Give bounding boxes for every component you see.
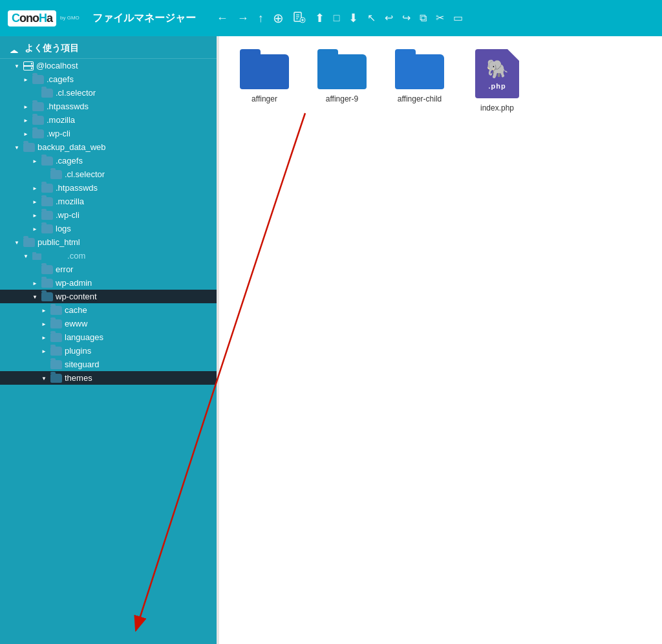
item-label: themes: [65, 373, 92, 383]
svg-rect-15: [32, 252, 36, 255]
download-button[interactable]: ⬇: [346, 11, 361, 25]
wpcli-arrow: [22, 130, 30, 137]
backup-arrow: [13, 144, 21, 151]
cagefs-arrow: [22, 76, 30, 83]
back-button[interactable]: ←: [214, 11, 231, 25]
tree-item-plugins[interactable]: plugins: [0, 344, 217, 358]
item-label: siteguard: [65, 360, 99, 369]
new-folder-button[interactable]: ⊕: [270, 10, 286, 26]
server-icon: [23, 61, 34, 70]
server-item[interactable]: @localhost: [0, 59, 217, 72]
server-arrow: [13, 62, 21, 69]
folder-icon: [41, 292, 53, 301]
folder-icon: [32, 102, 44, 111]
item-label: public_html: [37, 237, 80, 247]
bk-logs-arrow: [31, 225, 39, 232]
item-label: .cagefs: [56, 156, 83, 166]
app-title: ファイルマネージャー: [92, 12, 196, 25]
file-item-affinger9[interactable]: affinger-9: [310, 49, 374, 113]
item-label: cache: [65, 305, 87, 315]
tree-item-bk-htpasswds[interactable]: .htpasswds: [0, 181, 217, 195]
logo-bygmo: by GMO: [60, 16, 80, 21]
svg-point-12: [31, 63, 32, 64]
php-label: .php: [488, 82, 506, 90]
folder-icon: [50, 360, 62, 369]
mozilla-arrow: [22, 116, 30, 123]
forward-button[interactable]: →: [235, 11, 251, 25]
file-item-affinger[interactable]: affinger: [232, 49, 297, 113]
folder-icon: [50, 333, 62, 342]
new-file-button[interactable]: [290, 10, 308, 27]
item-label: .mozilla: [47, 115, 75, 125]
tree-item-cl-selector[interactable]: .cl.selector: [0, 86, 217, 100]
folder-icon: [41, 211, 53, 220]
bk-mozilla-arrow: [31, 198, 39, 205]
toolbar: ← → ↑ ⊕ ⬆ □ ⬇ ↖ ↩ ↪ ⧉ ✂ ▭: [214, 10, 654, 27]
file-item-index-php[interactable]: 🐘 .php index.php: [465, 49, 529, 113]
item-label: plugins: [65, 346, 91, 356]
php-file-icon: 🐘 .php: [475, 49, 519, 98]
tree-item-cagefs[interactable]: .cagefs: [0, 72, 217, 86]
tree-item-bk-clselector[interactable]: .cl.selector: [0, 167, 217, 181]
folder-affinger-child-icon: [395, 49, 444, 89]
folder-icon: [50, 306, 62, 315]
tree-item-error[interactable]: error: [0, 263, 217, 276]
item-label: languages: [65, 332, 103, 342]
tree-item-bk-wpcli[interactable]: .wp-cli: [0, 208, 217, 222]
tree-item-mozilla[interactable]: .mozilla: [0, 113, 217, 127]
cache-arrow: [40, 306, 48, 314]
folder-icon: [32, 129, 44, 138]
up-button[interactable]: ↑: [255, 11, 266, 25]
tree-item-themes[interactable]: themes: [0, 371, 217, 385]
bk-cagefs-arrow: [31, 157, 39, 164]
item-label: backup_data_web: [37, 142, 106, 152]
file-item-affinger-child[interactable]: affinger-child: [387, 49, 452, 113]
public-html-arrow: [13, 239, 21, 246]
tree-item-htpasswds[interactable]: .htpasswds: [0, 100, 217, 113]
upload-button[interactable]: ⬆: [312, 11, 327, 25]
bookmark-icon: [9, 43, 19, 54]
folder-icon: [50, 170, 62, 179]
paste-button[interactable]: ▭: [451, 12, 465, 25]
folder-body: [395, 54, 444, 89]
item-label: .com: [44, 251, 85, 261]
folder-icon: [41, 197, 53, 206]
tree-item-cache[interactable]: cache: [0, 303, 217, 317]
logo: ConoHa by GMO: [8, 10, 80, 27]
tree-item-siteguard[interactable]: siteguard: [0, 358, 217, 371]
tree-item-backup[interactable]: backup_data_web: [0, 140, 217, 154]
annotation-arrow: [219, 36, 662, 644]
folder-icon: [32, 75, 44, 84]
tree-item-wpcontent[interactable]: wp-content: [0, 290, 217, 303]
tree-item-bk-cagefs[interactable]: .cagefs: [0, 154, 217, 167]
sidebar: よく使う項目 @localhost .cagefs .cl.select: [0, 36, 217, 644]
tree-item-wpadmin[interactable]: wp-admin: [0, 276, 217, 290]
item-label: wp-admin: [56, 278, 92, 288]
redo-button[interactable]: ↪: [400, 12, 413, 25]
folder-icon: [50, 319, 62, 328]
tree-item-dotcom[interactable]: .com: [0, 249, 217, 263]
bk-wpcli-arrow: [31, 211, 39, 219]
item-label: wp-content: [56, 292, 97, 301]
copy-button[interactable]: ⧉: [417, 12, 429, 25]
undo-button[interactable]: ↩: [382, 12, 396, 25]
folder-icon: [41, 279, 53, 288]
pointer-button[interactable]: ↖: [365, 12, 378, 25]
file-label-index-php: index.php: [480, 103, 514, 113]
tree-item-wpcli[interactable]: .wp-cli: [0, 127, 217, 140]
htpasswds-arrow: [22, 103, 30, 110]
cut-button[interactable]: ✂: [433, 12, 447, 25]
tree-item-ewww[interactable]: ewww: [0, 317, 217, 330]
new-window-button[interactable]: □: [331, 12, 343, 25]
item-label: .cl.selector: [56, 88, 96, 98]
tree-item-public-html[interactable]: public_html: [0, 235, 217, 249]
languages-arrow: [40, 334, 48, 341]
folder-icon: [32, 116, 44, 125]
header: ConoHa by GMO ファイルマネージャー ← → ↑ ⊕ ⬆ □ ⬇ ↖…: [0, 0, 662, 36]
tree-item-languages[interactable]: languages: [0, 330, 217, 344]
folder-icon: [23, 143, 35, 152]
tree-item-bk-mozilla[interactable]: .mozilla: [0, 195, 217, 208]
tree-item-bk-logs[interactable]: logs: [0, 222, 217, 235]
folder-icon: [41, 224, 53, 233]
file-label-affinger9: affinger-9: [326, 94, 358, 103]
